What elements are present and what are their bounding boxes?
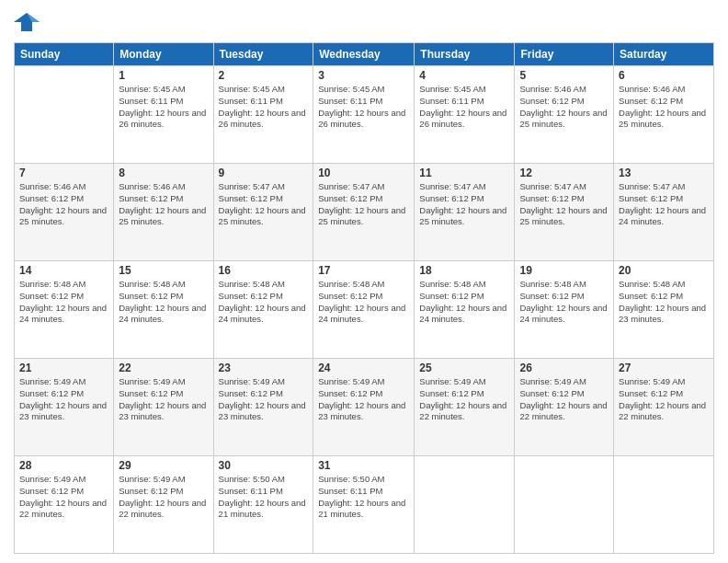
day-cell: 17Sunrise: 5:48 AMSunset: 6:12 PMDayligh… — [313, 261, 415, 359]
day-cell: 8Sunrise: 5:46 AMSunset: 6:12 PMDaylight… — [114, 164, 213, 261]
logo — [14, 9, 43, 35]
day-number: 7 — [19, 167, 108, 179]
day-cell: 24Sunrise: 5:49 AMSunset: 6:12 PMDayligh… — [313, 359, 415, 456]
logo-bird-icon — [14, 9, 40, 35]
week-row-1: 1Sunrise: 5:45 AMSunset: 6:11 PMDaylight… — [15, 66, 714, 164]
day-number: 8 — [119, 167, 208, 179]
day-cell: 28Sunrise: 5:49 AMSunset: 6:12 PMDayligh… — [15, 456, 114, 554]
day-cell: 15Sunrise: 5:48 AMSunset: 6:12 PMDayligh… — [114, 261, 213, 359]
page: SundayMondayTuesdayWednesdayThursdayFrid… — [0, 0, 728, 563]
col-header-sunday: Sunday — [15, 43, 114, 66]
day-number: 22 — [119, 362, 208, 374]
day-info: Sunrise: 5:48 AMSunset: 6:12 PMDaylight:… — [19, 279, 108, 326]
day-cell: 7Sunrise: 5:46 AMSunset: 6:12 PMDaylight… — [15, 164, 114, 261]
day-cell — [15, 66, 114, 164]
week-row-4: 21Sunrise: 5:49 AMSunset: 6:12 PMDayligh… — [15, 359, 714, 456]
day-info: Sunrise: 5:46 AMSunset: 6:12 PMDaylight:… — [519, 84, 609, 131]
day-info: Sunrise: 5:49 AMSunset: 6:12 PMDaylight:… — [318, 376, 409, 423]
day-number: 13 — [619, 167, 709, 179]
day-cell: 11Sunrise: 5:47 AMSunset: 6:12 PMDayligh… — [415, 164, 515, 261]
day-number: 1 — [119, 69, 208, 82]
day-info: Sunrise: 5:48 AMSunset: 6:12 PMDaylight:… — [419, 279, 509, 326]
day-cell: 25Sunrise: 5:49 AMSunset: 6:12 PMDayligh… — [415, 359, 515, 456]
day-info: Sunrise: 5:49 AMSunset: 6:12 PMDaylight:… — [19, 474, 108, 521]
day-info: Sunrise: 5:48 AMSunset: 6:12 PMDaylight:… — [619, 279, 709, 326]
day-number: 31 — [318, 459, 409, 472]
day-info: Sunrise: 5:48 AMSunset: 6:12 PMDaylight:… — [219, 279, 309, 326]
day-number: 16 — [219, 264, 309, 277]
day-cell: 9Sunrise: 5:47 AMSunset: 6:12 PMDaylight… — [213, 164, 313, 261]
day-info: Sunrise: 5:46 AMSunset: 6:12 PMDaylight:… — [19, 181, 108, 228]
day-info: Sunrise: 5:48 AMSunset: 6:12 PMDaylight:… — [519, 279, 609, 326]
day-number: 29 — [119, 459, 208, 472]
day-info: Sunrise: 5:49 AMSunset: 6:12 PMDaylight:… — [419, 376, 509, 423]
day-number: 10 — [318, 167, 409, 179]
day-cell: 1Sunrise: 5:45 AMSunset: 6:11 PMDaylight… — [114, 66, 213, 164]
day-number: 30 — [219, 459, 309, 472]
day-cell: 3Sunrise: 5:45 AMSunset: 6:11 PMDaylight… — [313, 66, 415, 164]
day-info: Sunrise: 5:49 AMSunset: 6:12 PMDaylight:… — [519, 376, 609, 423]
day-info: Sunrise: 5:45 AMSunset: 6:11 PMDaylight:… — [219, 84, 309, 131]
day-info: Sunrise: 5:49 AMSunset: 6:12 PMDaylight:… — [19, 376, 108, 423]
day-cell: 20Sunrise: 5:48 AMSunset: 6:12 PMDayligh… — [614, 261, 714, 359]
day-cell: 10Sunrise: 5:47 AMSunset: 6:12 PMDayligh… — [313, 164, 415, 261]
day-cell: 22Sunrise: 5:49 AMSunset: 6:12 PMDayligh… — [114, 359, 213, 456]
day-cell: 26Sunrise: 5:49 AMSunset: 6:12 PMDayligh… — [515, 359, 614, 456]
day-info: Sunrise: 5:49 AMSunset: 6:12 PMDaylight:… — [219, 376, 309, 423]
col-header-monday: Monday — [114, 43, 213, 66]
day-cell: 19Sunrise: 5:48 AMSunset: 6:12 PMDayligh… — [515, 261, 614, 359]
day-number: 14 — [19, 264, 108, 277]
day-cell: 12Sunrise: 5:47 AMSunset: 6:12 PMDayligh… — [515, 164, 614, 261]
day-cell: 6Sunrise: 5:46 AMSunset: 6:12 PMDaylight… — [614, 66, 714, 164]
day-cell: 21Sunrise: 5:49 AMSunset: 6:12 PMDayligh… — [15, 359, 114, 456]
col-header-thursday: Thursday — [415, 43, 515, 66]
header — [14, 9, 714, 35]
day-number: 26 — [519, 362, 609, 374]
day-cell: 27Sunrise: 5:49 AMSunset: 6:12 PMDayligh… — [614, 359, 714, 456]
day-number: 3 — [318, 69, 409, 82]
col-header-saturday: Saturday — [614, 43, 714, 66]
day-info: Sunrise: 5:48 AMSunset: 6:12 PMDaylight:… — [119, 279, 208, 326]
day-info: Sunrise: 5:47 AMSunset: 6:12 PMDaylight:… — [419, 181, 509, 228]
header-row: SundayMondayTuesdayWednesdayThursdayFrid… — [15, 43, 714, 66]
day-number: 18 — [419, 264, 509, 277]
day-info: Sunrise: 5:47 AMSunset: 6:12 PMDaylight:… — [619, 181, 709, 228]
day-number: 17 — [318, 264, 409, 277]
day-info: Sunrise: 5:47 AMSunset: 6:12 PMDaylight:… — [318, 181, 409, 228]
day-cell: 31Sunrise: 5:50 AMSunset: 6:11 PMDayligh… — [313, 456, 415, 554]
day-number: 5 — [519, 69, 609, 82]
day-number: 6 — [619, 69, 709, 82]
week-row-3: 14Sunrise: 5:48 AMSunset: 6:12 PMDayligh… — [15, 261, 714, 359]
day-number: 4 — [419, 69, 509, 82]
day-info: Sunrise: 5:50 AMSunset: 6:11 PMDaylight:… — [318, 474, 409, 521]
col-header-wednesday: Wednesday — [313, 43, 415, 66]
day-number: 11 — [419, 167, 509, 179]
day-cell: 29Sunrise: 5:49 AMSunset: 6:12 PMDayligh… — [114, 456, 213, 554]
day-info: Sunrise: 5:49 AMSunset: 6:12 PMDaylight:… — [619, 376, 709, 423]
day-cell — [614, 456, 714, 554]
day-cell: 14Sunrise: 5:48 AMSunset: 6:12 PMDayligh… — [15, 261, 114, 359]
day-number: 24 — [318, 362, 409, 374]
day-info: Sunrise: 5:49 AMSunset: 6:12 PMDaylight:… — [119, 474, 208, 521]
day-cell: 2Sunrise: 5:45 AMSunset: 6:11 PMDaylight… — [213, 66, 313, 164]
day-number: 15 — [119, 264, 208, 277]
day-cell: 30Sunrise: 5:50 AMSunset: 6:11 PMDayligh… — [213, 456, 313, 554]
week-row-5: 28Sunrise: 5:49 AMSunset: 6:12 PMDayligh… — [15, 456, 714, 554]
day-cell: 23Sunrise: 5:49 AMSunset: 6:12 PMDayligh… — [213, 359, 313, 456]
calendar-table: SundayMondayTuesdayWednesdayThursdayFrid… — [14, 42, 714, 554]
col-header-friday: Friday — [515, 43, 614, 66]
day-number: 25 — [419, 362, 509, 374]
day-number: 9 — [219, 167, 309, 179]
day-cell: 5Sunrise: 5:46 AMSunset: 6:12 PMDaylight… — [515, 66, 614, 164]
day-info: Sunrise: 5:46 AMSunset: 6:12 PMDaylight:… — [619, 84, 709, 131]
day-info: Sunrise: 5:47 AMSunset: 6:12 PMDaylight:… — [219, 181, 309, 228]
day-number: 19 — [519, 264, 609, 277]
day-cell: 4Sunrise: 5:45 AMSunset: 6:11 PMDaylight… — [415, 66, 515, 164]
day-number: 21 — [19, 362, 108, 374]
day-cell: 18Sunrise: 5:48 AMSunset: 6:12 PMDayligh… — [415, 261, 515, 359]
day-number: 12 — [519, 167, 609, 179]
day-cell — [515, 456, 614, 554]
day-number: 27 — [619, 362, 709, 374]
day-info: Sunrise: 5:45 AMSunset: 6:11 PMDaylight:… — [419, 84, 509, 131]
day-info: Sunrise: 5:48 AMSunset: 6:12 PMDaylight:… — [318, 279, 409, 326]
